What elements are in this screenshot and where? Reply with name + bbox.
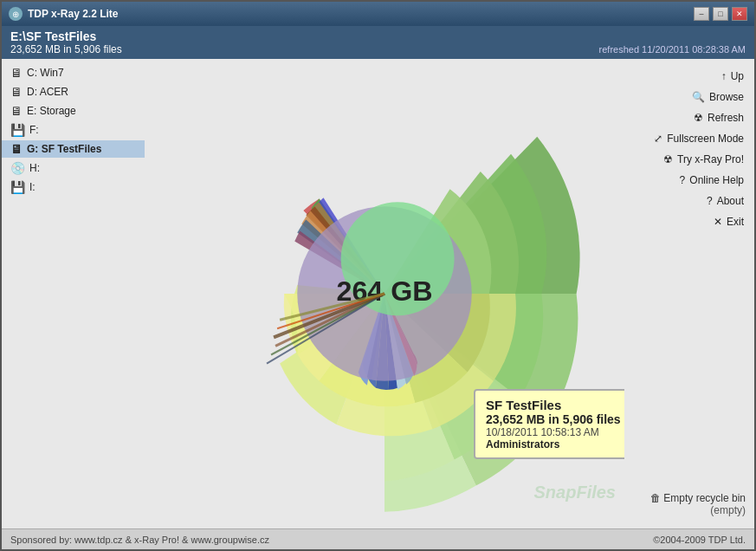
header-bar: E:\SF TestFiles 23,652 MB in 5,906 files… [2,26,754,59]
maximize-button[interactable]: □ [713,7,728,21]
about-icon: ? [707,195,713,207]
app-icon: ⊕ [9,7,23,21]
chart-area[interactable]: 264 GB SF TestFiles 23,652 MB in 5,906 f… [145,59,624,528]
drive-item-e[interactable]: 🖥 E: Storage [2,102,145,120]
usb-icon-i: 💾 [10,180,25,194]
xray-pro-label: Try x-Ray Pro! [677,153,744,165]
browse-label: Browse [709,91,744,103]
save-icon-h: 💿 [10,161,25,175]
tooltip-title: SF TestFiles [486,398,624,412]
tooltip-user: Administrators [486,438,624,451]
recycle-bin-status: (empty) [630,504,746,516]
drive-label-f: F: [29,124,39,136]
xray-pro-icon: ☢ [663,153,673,165]
about-label: About [717,195,744,207]
drive-item-c[interactable]: 🖥 C: Win7 [2,64,145,81]
sponsor-text: Sponsored by: www.tdp.cz & x-Ray Pro! & … [10,535,269,545]
title-bar: ⊕ TDP x-Ray 2.2 Lite – □ ✕ [2,2,754,26]
drive-label-e: E: Storage [27,105,76,117]
info-row: 23,652 MB in 5,906 files refreshed 11/20… [10,43,746,55]
browse-icon: 🔍 [692,91,705,103]
app-title: TDP x-Ray 2.2 Lite [28,8,118,20]
up-label: Up [731,70,744,82]
drive-label-c: C: Win7 [27,67,64,79]
current-path: E:\SF TestFiles [10,29,746,43]
title-bar-left: ⊕ TDP x-Ray 2.2 Lite [9,7,118,21]
drive-label-i: I: [29,181,36,193]
recycle-bin-area[interactable]: 🗑 Empty recycle bin (empty) [630,487,749,520]
fullscreen-icon: ⤢ [654,133,662,145]
exit-icon: ✕ [714,216,722,228]
drive-label-g: G: SF TestFiles [27,143,101,155]
about-button[interactable]: ? About [630,192,749,210]
drive-label-d: D: ACER [27,86,68,98]
minimize-button[interactable]: – [694,7,709,21]
app-window: ⊕ TDP x-Ray 2.2 Lite – □ ✕ E:\SF TestFil… [0,0,756,551]
hdd-icon-g: 🖥 [10,142,23,156]
fullscreen-label: Fullscreen Mode [667,133,744,145]
tooltip-date: 10/18/2011 10:58:13 AM [486,426,624,438]
help-icon: ? [680,174,686,186]
spacer [630,234,749,483]
drive-label-h: H: [29,162,40,174]
usb-icon-f: 💾 [10,123,25,137]
drive-item-f[interactable]: 💾 F: [2,121,145,139]
refresh-label: Refresh [708,112,744,124]
copyright-text: ©2004-2009 TDP Ltd. [653,535,746,545]
hdd-icon-e: 🖥 [10,104,23,118]
recycle-bin-row: 🗑 Empty recycle bin [630,492,746,504]
drive-item-i[interactable]: 💾 I: [2,178,145,196]
hdd-icon-c: 🖥 [10,66,23,80]
refresh-button[interactable]: ☢ Refresh [630,109,749,126]
refresh-time: refreshed 11/20/2011 08:28:38 AM [599,44,746,55]
up-icon: ↑ [721,70,727,82]
recycle-bin-label: Empty recycle bin [663,492,746,504]
drive-item-d[interactable]: 🖥 D: ACER [2,83,145,100]
window-controls: – □ ✕ [694,7,747,21]
drive-item-g[interactable]: 🖥 G: SF TestFiles [2,140,145,158]
exit-button[interactable]: ✕ Exit [630,213,749,230]
close-button[interactable]: ✕ [732,7,747,21]
main-content: 🖥 C: Win7 🖥 D: ACER 🖥 E: Storage 💾 F: 🖥 … [2,59,754,528]
fullscreen-button[interactable]: ⤢ Fullscreen Mode [630,130,749,147]
help-button[interactable]: ? Online Help [630,172,749,189]
exit-label: Exit [727,216,744,228]
drive-list: 🖥 C: Win7 🖥 D: ACER 🖥 E: Storage 💾 F: 🖥 … [2,59,145,528]
tooltip: SF TestFiles 23,652 MB in 5,906 files 10… [474,389,624,459]
footer-bar: Sponsored by: www.tdp.cz & x-Ray Pro! & … [2,528,754,549]
help-label: Online Help [689,174,744,186]
browse-button[interactable]: 🔍 Browse [630,88,749,106]
up-button[interactable]: ↑ Up [630,68,749,85]
drive-item-h[interactable]: 💿 H: [2,159,145,177]
refresh-icon: ☢ [694,112,703,124]
xray-pro-button[interactable]: ☢ Try x-Ray Pro! [630,151,749,168]
recycle-bin-icon: 🗑 [650,492,661,504]
action-panel: ↑ Up 🔍 Browse ☢ Refresh ⤢ Fullscreen Mod… [624,59,754,528]
hdd-icon-d: 🖥 [10,85,23,99]
size-info: 23,652 MB in 5,906 files [10,43,122,55]
tooltip-size: 23,652 MB in 5,906 files [486,412,624,426]
